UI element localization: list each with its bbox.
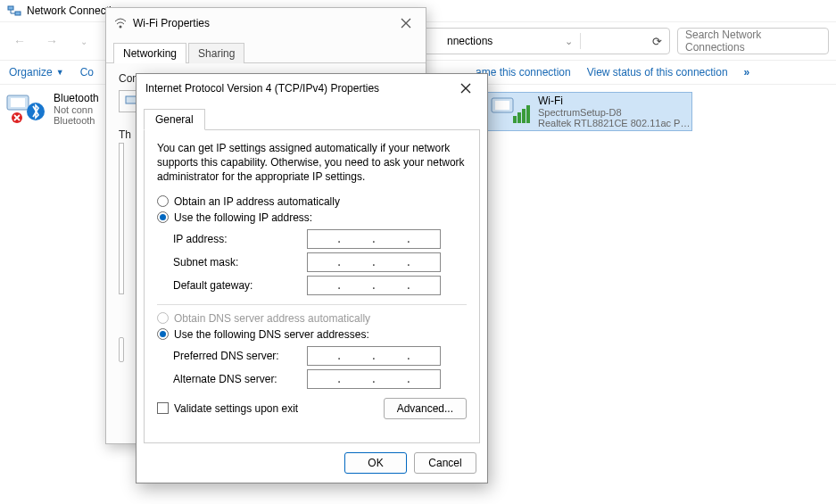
wifi-dialog-titlebar[interactable]: Wi-Fi Properties (106, 8, 426, 38)
ipv4-properties-dialog: Internet Protocol Version 4 (TCP/IPv4) P… (136, 73, 488, 483)
ipv4-general-panel: You can get IP settings assigned automat… (144, 129, 480, 443)
svg-rect-11 (526, 105, 530, 123)
svg-point-12 (120, 26, 122, 29)
cancel-button[interactable]: Cancel (414, 452, 476, 474)
forward-button[interactable]: → (39, 29, 64, 54)
components-listbox[interactable] (119, 143, 124, 294)
radio-use-following-dns[interactable]: Use the following DNS server addresses: (157, 328, 467, 341)
connection-status: SpectrumSetup-D8 (538, 107, 695, 118)
svg-rect-1 (15, 12, 21, 15)
svg-rect-8 (513, 116, 517, 123)
recent-dropdown[interactable]: ⌄ (71, 29, 96, 54)
svg-rect-3 (11, 98, 25, 107)
radio-icon (157, 195, 169, 207)
connect-cmd[interactable]: Co (80, 66, 94, 78)
label-subnet-mask: Subnet mask: (173, 256, 307, 269)
input-ip-address[interactable]: ... (307, 229, 441, 249)
svg-rect-0 (8, 6, 13, 10)
connection-name: Bluetooth (54, 92, 99, 104)
wifi-dialog-icon (113, 16, 128, 30)
label-alternate-dns: Alternate DNS server: (173, 373, 307, 385)
tab-sharing[interactable]: Sharing (188, 43, 244, 63)
connection-device: Bluetooth (54, 115, 99, 126)
connection-item-wifi[interactable]: Wi-Fi SpectrumSetup-D8 Realtek RTL8821CE… (487, 92, 692, 131)
svg-rect-7 (495, 101, 509, 110)
input-alternate-dns[interactable]: ... (307, 369, 441, 389)
rename-cmd[interactable]: ame this connection (476, 66, 571, 78)
radio-icon (157, 328, 169, 340)
label-validate: Validate settings upon exit (174, 402, 298, 415)
view-status-cmd[interactable]: View status of this connection (587, 66, 728, 78)
tab-networking[interactable]: Networking (113, 43, 186, 63)
chevron-down-icon[interactable]: ⌄ (565, 36, 573, 47)
bluetooth-icon (5, 92, 46, 124)
input-subnet-mask[interactable]: ... (307, 252, 441, 272)
close-icon (401, 18, 411, 29)
ok-button[interactable]: OK (344, 452, 407, 474)
ipv4-description: You can get IP settings assigned automat… (157, 141, 467, 185)
label-default-gateway: Default gateway: (173, 279, 307, 292)
ipv4-tabs: General (137, 103, 487, 129)
close-icon (460, 83, 471, 94)
connection-device: Realtek RTL8821CE 802.11ac PCIe ... (538, 118, 695, 128)
radio-obtain-ip-auto[interactable]: Obtain an IP address automatically (157, 195, 467, 208)
radio-obtain-dns-auto: Obtain DNS server address automatically (157, 312, 467, 325)
close-button[interactable] (453, 78, 478, 98)
connection-name: Wi-Fi (538, 95, 695, 107)
separator (157, 304, 467, 305)
advanced-button[interactable]: Advanced... (384, 398, 467, 419)
wifi-icon (490, 95, 531, 127)
refresh-icon[interactable]: ⟳ (652, 35, 662, 48)
organize-menu[interactable]: Organize ▼ (9, 66, 64, 78)
checkbox-validate[interactable] (157, 402, 169, 414)
label-ip-address: IP address: (173, 233, 307, 245)
connection-status: Not conn (54, 104, 99, 115)
validate-row: Validate settings upon exit Advanced... (157, 398, 467, 419)
overflow-chevron[interactable]: » (744, 66, 751, 78)
ipv4-dialog-title: Internet Protocol Version 4 (TCP/IPv4) P… (145, 82, 379, 95)
breadcrumb-last[interactable]: nnections (447, 35, 492, 47)
back-button[interactable]: ← (7, 29, 32, 54)
tab-general[interactable]: General (144, 109, 205, 130)
radio-icon (157, 211, 169, 223)
radio-use-following-ip[interactable]: Use the following IP address: (157, 211, 467, 224)
dialog-button-row: OK Cancel (137, 443, 487, 483)
search-placeholder: Search Network Connections (685, 29, 821, 54)
svg-rect-10 (522, 109, 526, 123)
network-icon (7, 4, 21, 18)
close-button[interactable] (393, 13, 418, 33)
chevron-down-icon: ▼ (56, 68, 64, 77)
label-preferred-dns: Preferred DNS server: (173, 350, 307, 362)
input-default-gateway[interactable]: ... (307, 276, 441, 295)
svg-rect-9 (517, 112, 521, 123)
description-box (119, 337, 124, 362)
wifi-dialog-title: Wi-Fi Properties (133, 17, 210, 29)
input-preferred-dns[interactable]: ... (307, 346, 441, 366)
radio-icon (157, 312, 169, 324)
wifi-tabs: Networking Sharing (106, 38, 426, 63)
adapter-box (119, 90, 137, 112)
search-input[interactable]: Search Network Connections (677, 28, 829, 54)
ipv4-titlebar[interactable]: Internet Protocol Version 4 (TCP/IPv4) P… (137, 74, 487, 103)
